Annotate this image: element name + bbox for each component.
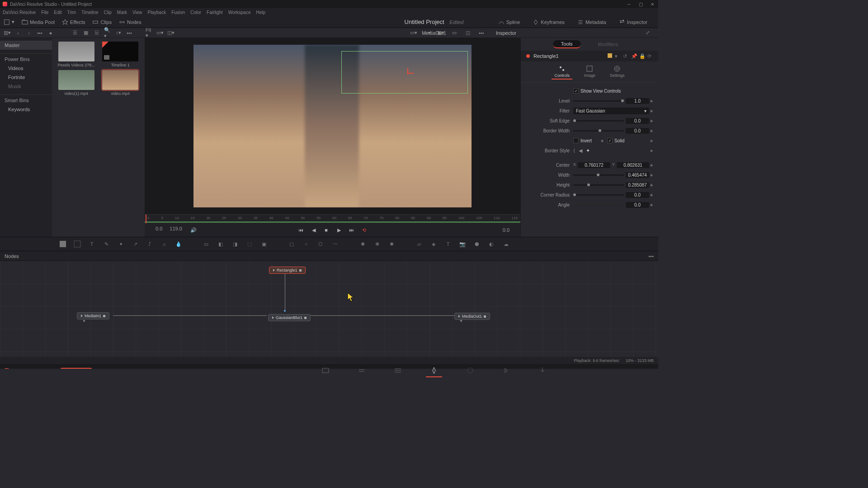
loop-button[interactable]: ⟲ [360,226,368,234]
keyframe-icon[interactable]: ◆ [649,149,654,153]
keyframe-icon[interactable]: ◆ [649,193,654,197]
close-button[interactable]: ✕ [649,1,656,7]
borderwidth-value[interactable]: 0.0 [626,128,649,134]
cut-page-icon[interactable] [357,366,366,369]
renderer3d-icon[interactable]: ☁ [502,240,510,248]
single-view-icon[interactable]: ▭ [451,29,458,37]
node-rectangle[interactable]: Rectangle1 [269,267,306,274]
keyframe-icon[interactable]: ◆ [649,163,654,167]
grid-view-icon[interactable]: ▦ [82,29,90,37]
edit-page-icon[interactable] [393,366,402,369]
angle-dial[interactable] [573,204,624,206]
layout-dropdown[interactable]: ▾ [4,19,14,25]
text3d-icon[interactable]: T [444,240,452,248]
menu-workspace[interactable]: Workspace [228,10,251,15]
fit-dropdown[interactable]: Fit ▾ [146,29,153,37]
lock-icon[interactable]: 🔒 [639,53,645,59]
shape3d-icon[interactable]: ◈ [429,240,438,248]
filter-select[interactable]: Fast Gaussian▾ [573,108,649,114]
fairlight-page-icon[interactable] [502,366,511,369]
menu-edit[interactable]: Edit [54,10,61,15]
power-bins-header[interactable]: Power Bins [0,53,52,64]
keyframe-icon[interactable]: ◆ [649,119,654,123]
mask-rect-icon[interactable]: ▭ [202,240,210,248]
level-slider[interactable] [573,100,624,102]
search-icon[interactable]: 🔍▾ [104,29,111,37]
keyframe-icon[interactable]: ◆ [649,109,654,113]
node-gaussianblur[interactable]: GaussianBlur1 [268,314,311,321]
border-style-1[interactable]: ⟨ [573,148,575,154]
bin-fortnite[interactable]: Fortnite [0,73,52,82]
color-page-icon[interactable] [466,366,475,369]
time-ruler[interactable]: 0510152025303540455055606570758085909510… [145,214,520,223]
center-y[interactable]: 0.802631 [617,162,649,168]
blur-tool-icon[interactable]: 💧 [175,240,183,248]
reset-icon[interactable]: ↺ [623,53,628,59]
width-value[interactable]: 0.465474 [626,172,649,178]
viewer-more-icon[interactable]: ••• [478,29,485,37]
menu-fairlight[interactable]: Fairlight [207,10,223,15]
metadata-button[interactable]: Metadata [577,19,606,25]
clip-thumb[interactable]: Timeline 1 [100,42,142,67]
dual-view-icon[interactable]: ◫ [464,29,472,37]
menu-fusion[interactable]: Fusion [171,10,185,15]
sort-icon[interactable]: ↕▾ [115,29,122,37]
show-view-check[interactable]: ✓ [573,88,579,94]
options-icon[interactable]: ••• [126,29,133,37]
keyframe-icon[interactable]: ◆ [649,129,654,133]
polygon-mask-icon[interactable]: ⬡ [316,240,325,248]
bin-master[interactable]: Master [0,41,52,50]
more-icon[interactable]: ••• [36,29,43,37]
tab-modifiers[interactable]: Modifiers [590,41,627,48]
bspline-mask-icon[interactable]: 〰 [331,240,339,248]
next-icon[interactable]: › [25,29,33,37]
node-dropdown-icon[interactable]: ▾ [615,53,620,59]
node-mediain[interactable]: MediaIn1 [77,312,109,319]
color-picker-icon[interactable]: ▭▾ [410,29,417,37]
bin-musik[interactable]: Musik [0,82,52,91]
keyframe-icon[interactable]: ◆ [649,173,654,177]
matte-control-icon[interactable]: ◧ [217,240,225,248]
borderwidth-slider[interactable] [573,130,624,131]
transform-tool-icon[interactable]: ↗ [131,240,139,248]
menu-timeline[interactable]: Timeline [81,10,98,15]
menu-mark[interactable]: Mark [117,10,127,15]
media-pool-button[interactable]: Media Pool [22,19,55,25]
maximize-button[interactable]: ▢ [637,1,644,7]
effects-button[interactable]: Effects [62,19,85,25]
clip-thumb-selected[interactable]: video.mp4 [100,70,142,96]
node-mediaout[interactable]: MediaOut1 [454,313,490,320]
softedge-slider[interactable] [573,120,624,122]
minimize-button[interactable]: ─ [626,1,632,7]
nodes-button[interactable]: Nodes [119,19,142,25]
clip-thumb[interactable]: video(1).mp4 [56,70,97,96]
home-icon[interactable]: ⌂ [629,366,638,369]
list-view-icon[interactable]: ☰ [71,29,79,37]
rectangle-overlay[interactable] [341,51,468,94]
keyframe-icon[interactable]: ◆ [649,99,654,103]
paint-tool-icon[interactable]: ✎ [102,240,110,248]
settings-icon[interactable]: ⚙ [645,366,654,369]
image-plane-icon[interactable]: ▱ [415,240,423,248]
angle-value[interactable]: 0.0 [626,202,649,208]
record-icon[interactable]: ● [47,29,54,37]
light-icon[interactable]: ◐ [487,240,495,248]
clips-button[interactable]: Clips [92,19,111,25]
brightness-tool-icon[interactable]: ☼ [160,240,168,248]
media-page-icon[interactable] [321,366,330,369]
split-view-icon[interactable]: ◫▾ [167,29,175,37]
menu-clip[interactable]: Clip [104,10,112,15]
nodes-more-icon[interactable]: ••• [648,253,654,259]
viewer-canvas[interactable] [145,38,520,214]
inspector-button[interactable]: Inspector [619,19,647,25]
channel-bool-icon[interactable]: ◨ [231,240,239,248]
subtab-image[interactable]: Image [581,64,598,80]
center-handle-icon[interactable] [405,68,412,75]
menu-trim[interactable]: Trim [67,10,76,15]
subtab-controls[interactable]: Controls [552,64,572,80]
menu-help[interactable]: Help [256,10,265,15]
menu-davinci[interactable]: DaVinci Resolve [3,10,36,15]
first-frame-button[interactable]: ⏮ [297,226,305,234]
subtab-settings[interactable]: Settings [607,64,627,80]
width-slider[interactable] [573,174,624,176]
